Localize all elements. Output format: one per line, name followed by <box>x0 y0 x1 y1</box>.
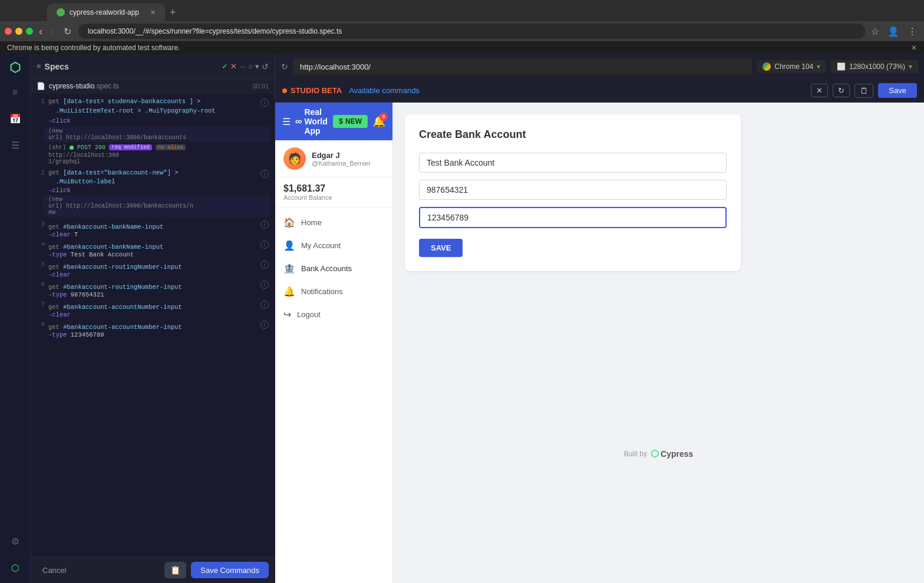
url-reload-icon[interactable]: ↻ <box>281 62 288 71</box>
line6-info-dot[interactable]: i <box>260 281 269 289</box>
routing-number-input[interactable] <box>419 180 727 200</box>
hamburger-icon[interactable]: ☰ <box>282 116 291 127</box>
sidebar-cypress-icon[interactable]: ⬡ <box>8 559 23 577</box>
user-handle: @Katharina_Bernier <box>312 160 371 167</box>
nav-item-home[interactable]: 🏠 Home <box>275 211 392 234</box>
user-name: Edgar J <box>312 151 371 160</box>
notifications-icon: 🔔 <box>283 286 295 297</box>
line1-cmd-click: -click <box>48 116 71 126</box>
browser-dropdown-icon[interactable]: ▾ <box>817 62 820 71</box>
sidebar-list-icon[interactable]: ☰ <box>8 136 23 154</box>
line3-content: get #bankaccount-bankName-input <box>48 223 163 230</box>
code-line-3: 3 get #bankaccount-bankName-input i -cle… <box>31 218 275 238</box>
sidebar-overview-icon[interactable]: ≡ <box>9 84 21 101</box>
new-transaction-button[interactable]: $ NEW <box>333 115 368 128</box>
line1-info-dot[interactable]: i <box>260 98 269 107</box>
sidebar-settings-icon[interactable]: ⚙ <box>8 532 23 551</box>
browser-info[interactable]: Chrome 104 ▾ <box>757 60 826 73</box>
form-save-button[interactable]: SAVE <box>419 239 463 257</box>
studio-save-button[interactable]: Save <box>878 83 917 98</box>
bank-name-field <box>419 153 727 173</box>
specs-title: Specs <box>45 62 69 71</box>
line7-cmd: -clear <box>48 311 71 318</box>
save-commands-button[interactable]: Save Commands <box>191 562 269 578</box>
bank-name-input[interactable] <box>419 153 727 173</box>
line4-cmd: -type <box>48 251 67 258</box>
app-logo: ∞ Real World App <box>295 107 333 136</box>
available-commands-link[interactable]: Available commands <box>349 86 420 95</box>
line3-cmd: -clear <box>48 231 71 238</box>
app-header-bar: ☰ ∞ Real World App $ NEW 🔔 8 <box>275 103 392 140</box>
preview-url-bar[interactable] <box>293 58 752 75</box>
line8-info-dot[interactable]: i <box>260 321 269 329</box>
nav-label-bankaccounts: Bank Accounts <box>301 264 352 273</box>
cancel-button[interactable]: Cancel <box>37 562 72 578</box>
tab-close-icon[interactable]: ✕ <box>150 9 156 17</box>
xhr-label: (xhr) <box>48 144 66 151</box>
routing-number-field <box>419 180 727 200</box>
home-icon: 🏠 <box>283 217 295 228</box>
automated-bar-close[interactable]: ✕ <box>911 44 917 52</box>
nav-label-myaccount: My Account <box>301 241 341 250</box>
browser-tab[interactable]: cypress-realworld-app ✕ <box>47 4 165 21</box>
code-line-4: 4 get #bankaccount-bankName-input i -typ… <box>31 238 275 258</box>
bottom-bar: Cancel 📋 Save Commands <box>31 556 275 583</box>
copy-button[interactable]: 📋 <box>164 562 186 578</box>
main-layout: ⬡ ≡ 📅 ☰ ⚙ ⬡ ≡ Specs ✓ ✕ ··· ○ ▾ ↺ <box>0 54 924 583</box>
line4-info-dot[interactable]: i <box>260 241 269 249</box>
chrome-icon <box>763 62 771 71</box>
cypress-logo-text: ⬡ Cypress <box>651 448 693 459</box>
studio-copy-button[interactable]: 🗒 <box>854 84 873 98</box>
nav-item-bankaccounts[interactable]: 🏦 Bank Accounts <box>275 257 392 280</box>
dollar-icon: $ <box>339 117 343 126</box>
cypress-logo-icon: ⬡ <box>9 60 21 75</box>
nav-item-notifications[interactable]: 🔔 Notifications <box>275 280 392 303</box>
nav-item-myaccount[interactable]: 👤 My Account <box>275 234 392 257</box>
nav-label-home: Home <box>301 218 322 227</box>
back-button[interactable]: ‹ <box>37 24 45 39</box>
studio-refresh-button[interactable]: ↻ <box>833 84 850 97</box>
profile-icon[interactable]: 👤 <box>885 24 902 39</box>
forward-button[interactable]: › <box>48 24 57 39</box>
cypress-sidebar: ⬡ ≡ 📅 ☰ ⚙ ⬡ <box>0 54 31 583</box>
browser-chrome: cypress-realworld-app ✕ + ‹ › ↻ ☆ 👤 ⋮ <box>0 0 924 41</box>
built-by-text: Built by <box>624 450 647 458</box>
line-num-7: 7 <box>35 301 45 308</box>
account-number-input[interactable] <box>419 207 727 228</box>
dropdown-arrow[interactable]: ▾ <box>255 62 259 71</box>
code-line-8: 8 get #bankaccount-accountNumber-input i… <box>31 318 275 338</box>
sidebar-calendar-icon[interactable]: 📅 <box>6 110 25 128</box>
bookmark-icon[interactable]: ☆ <box>869 24 882 39</box>
line3-info-dot[interactable]: i <box>260 220 269 229</box>
studio-close-button[interactable]: ✕ <box>811 84 828 97</box>
line-num-2: 2 <box>35 169 45 176</box>
line5-info-dot[interactable]: i <box>260 261 269 269</box>
line2-info-dot[interactable]: i <box>260 170 269 178</box>
line4-content: get #bankaccount-bankName-input <box>48 243 163 251</box>
nav-item-logout[interactable]: ↪ Logout <box>275 303 392 326</box>
studio-beta-label: STUDIO BETA <box>282 86 342 95</box>
dots-icon: ··· <box>239 62 246 71</box>
tab-favicon <box>57 8 65 17</box>
line-num-4: 4 <box>35 241 45 248</box>
refresh-button[interactable]: ↻ <box>60 25 75 38</box>
line6-content: get #bankaccount-routingNumber-input <box>48 284 182 291</box>
menu-icon[interactable]: ⋮ <box>905 24 919 39</box>
new-tab-button[interactable]: + <box>165 4 181 21</box>
browser-toolbar: ‹ › ↻ ☆ 👤 ⋮ <box>0 21 924 41</box>
specs-header: ≡ Specs ✓ ✕ ··· ○ ▾ ↺ <box>31 54 275 79</box>
file-header: 📄 cypress-studio.spec.ts 00:01 <box>31 79 275 94</box>
line5-cmd: -clear <box>48 271 71 278</box>
studio-dot <box>282 88 287 93</box>
automated-bar-message: Chrome is being controlled by automated … <box>7 44 180 52</box>
address-bar[interactable] <box>78 24 865 39</box>
nav-items: 🏠 Home 👤 My Account 🏦 Bank Accounts 🔔 No… <box>275 207 392 330</box>
circle-icon: ○ <box>248 62 253 71</box>
resolution-dropdown-icon[interactable]: ▾ <box>909 62 912 71</box>
line7-info-dot[interactable]: i <box>260 301 269 309</box>
form-card: Create Bank Account SAVE <box>405 114 741 271</box>
resolution-text: 1280x1000 (73%) <box>849 62 905 71</box>
resolution-info[interactable]: ⬜ 1280x1000 (73%) ▾ <box>831 60 918 73</box>
refresh-icon[interactable]: ↺ <box>262 62 269 71</box>
line2-cmd: -click <box>48 187 71 194</box>
